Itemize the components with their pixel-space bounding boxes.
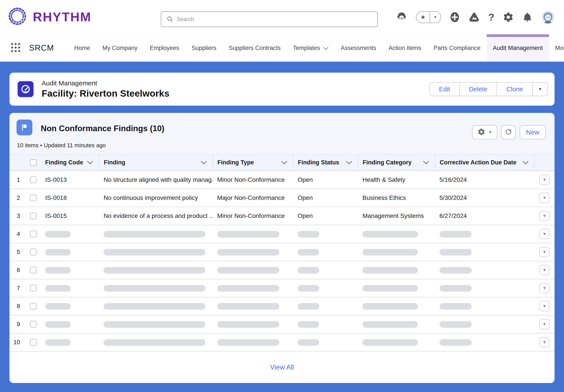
row-checkbox[interactable] <box>30 285 37 291</box>
row-actions-button[interactable]: ▼ <box>539 229 550 239</box>
table-row-loading[interactable]: 10 ▼ <box>10 333 554 351</box>
more-actions-button[interactable]: ▼ <box>532 82 548 96</box>
row-actions-button[interactable]: ▼ <box>539 301 550 311</box>
delete-button[interactable]: Delete <box>459 82 497 96</box>
skeleton-pill <box>298 339 319 346</box>
skeleton-pill <box>217 285 279 292</box>
notifications-bell-icon[interactable] <box>522 12 533 22</box>
tab-suppliers[interactable]: Suppliers <box>185 34 223 62</box>
table-row-loading[interactable]: 7 ▼ <box>10 279 554 297</box>
list-settings-button[interactable]: ▼ <box>472 125 497 139</box>
skeleton-pill <box>298 249 319 256</box>
column-header-finding-code[interactable]: Finding Code <box>41 154 99 171</box>
caret-down-icon: ▼ <box>542 177 547 182</box>
favorites-caret-icon[interactable]: ▼ <box>430 15 441 19</box>
row-actions-button[interactable]: ▼ <box>539 265 550 275</box>
related-list-meta: 10 items • Updated 11 minutes ago <box>17 142 106 149</box>
favorite-star-icon[interactable]: ★ <box>416 14 430 21</box>
skeleton-pill <box>439 285 472 292</box>
row-checkbox[interactable] <box>30 195 37 201</box>
view-all-link[interactable]: View All <box>270 363 294 371</box>
new-button[interactable]: New <box>520 125 546 139</box>
app-launcher-waffle-icon[interactable] <box>11 42 21 54</box>
tab-my-company[interactable]: My Company <box>96 34 144 62</box>
row-actions-button[interactable]: ▼ <box>539 193 550 203</box>
table-row[interactable]: 2 IS-0018 No continuous improvement poli… <box>10 189 554 207</box>
user-avatar[interactable] <box>541 10 555 24</box>
nav-tabs: Home My Company Employees Suppliers Supp… <box>68 34 564 62</box>
tab-templates[interactable]: Templates <box>287 34 335 62</box>
refresh-icon <box>505 128 512 137</box>
skeleton-pill <box>439 231 472 238</box>
tab-audit-management[interactable]: Audit Management <box>487 34 549 62</box>
column-header-corrective-due-date[interactable]: Corrective Action Due Date <box>435 154 535 171</box>
row-actions-button[interactable]: ▼ <box>539 337 550 347</box>
skeleton-pill <box>439 339 472 346</box>
column-header-finding-status[interactable]: Finding Status <box>293 154 358 171</box>
clone-button[interactable]: Clone <box>497 82 532 96</box>
related-list-title[interactable]: Non Conformance Findings (10) <box>41 124 164 133</box>
content-area: Audit Management Facility: Riverton Stee… <box>0 62 564 392</box>
table-row-loading[interactable]: 9 ▼ <box>10 315 554 333</box>
global-search[interactable] <box>161 12 378 27</box>
findings-table: Finding Code Finding Finding Type F <box>10 154 554 351</box>
column-header-finding-category[interactable]: Finding Category <box>358 154 435 171</box>
row-actions-button[interactable]: ▼ <box>539 319 550 329</box>
skeleton-pill <box>217 321 279 328</box>
table-row-loading[interactable]: 8 ▼ <box>10 297 554 315</box>
app-name: SRCM <box>29 43 54 53</box>
record-entity-label: Audit Management <box>42 80 169 87</box>
setup-gear-icon[interactable] <box>503 12 514 23</box>
related-list-controls: ▼ New <box>472 125 546 139</box>
select-all-checkbox[interactable] <box>30 159 37 166</box>
row-checkbox[interactable] <box>30 249 37 255</box>
row-actions-button[interactable]: ▼ <box>539 211 550 221</box>
column-header-finding[interactable]: Finding <box>99 154 212 171</box>
row-checkbox[interactable] <box>30 231 37 237</box>
gear-icon <box>478 128 485 137</box>
skeleton-pill <box>45 303 71 310</box>
table-row-loading[interactable]: 6 ▼ <box>10 261 554 279</box>
flag-icon <box>16 120 32 135</box>
row-checkbox[interactable] <box>30 213 37 219</box>
einstein-icon[interactable] <box>396 11 408 23</box>
table-row-loading[interactable]: 5 ▼ <box>10 243 554 261</box>
search-input[interactable] <box>177 16 372 22</box>
row-checkbox[interactable] <box>30 267 37 273</box>
row-checkbox[interactable] <box>30 321 37 327</box>
edit-button[interactable]: Edit <box>430 82 459 96</box>
refresh-button[interactable] <box>501 125 516 139</box>
favorites-control[interactable]: ★ ▼ <box>416 11 441 23</box>
row-checkbox[interactable] <box>30 303 37 310</box>
tab-suppliers-contracts[interactable]: Suppliers Contracts <box>223 34 287 62</box>
guidance-center-icon[interactable] <box>468 12 480 23</box>
skeleton-pill <box>362 303 418 310</box>
skeleton-pill <box>45 267 71 274</box>
skeleton-pill <box>362 321 418 328</box>
global-actions-plus-icon[interactable] <box>450 12 460 23</box>
cell-corrective-due-date: 6/27/2024 <box>435 207 535 225</box>
tab-home[interactable]: Home <box>68 34 96 62</box>
tab-assessments[interactable]: Assessments <box>335 34 382 62</box>
table-row[interactable]: 1 IS-0013 No structure aligned with qual… <box>10 171 554 189</box>
chevron-down-icon <box>522 161 529 164</box>
cell-finding-code: IS-0013 <box>41 171 99 189</box>
tab-action-items[interactable]: Action Items <box>382 34 427 62</box>
tab-more[interactable]: More ▼ <box>549 34 564 62</box>
tab-parts-compliance[interactable]: Parts Compliance <box>427 34 487 62</box>
column-header-finding-type[interactable]: Finding Type <box>213 154 293 171</box>
skeleton-pill <box>362 285 418 292</box>
row-checkbox[interactable] <box>30 339 37 346</box>
row-checkbox[interactable] <box>30 176 37 183</box>
tab-employees[interactable]: Employees <box>144 34 185 62</box>
cell-corrective-due-date: 5/16/2024 <box>435 171 535 189</box>
table-row[interactable]: 3 IS-0015 No evidence of a process and p… <box>10 207 554 225</box>
brand[interactable]: RHYTHM <box>7 6 91 27</box>
row-actions-button[interactable]: ▼ <box>539 247 550 257</box>
row-actions-button[interactable]: ▼ <box>539 175 550 185</box>
table-row-loading[interactable]: 4 ▼ <box>10 225 554 243</box>
actions-column-header <box>535 154 554 171</box>
caret-down-icon: ▼ <box>488 130 492 134</box>
row-actions-button[interactable]: ▼ <box>539 283 550 293</box>
help-icon[interactable]: ? <box>488 11 494 23</box>
